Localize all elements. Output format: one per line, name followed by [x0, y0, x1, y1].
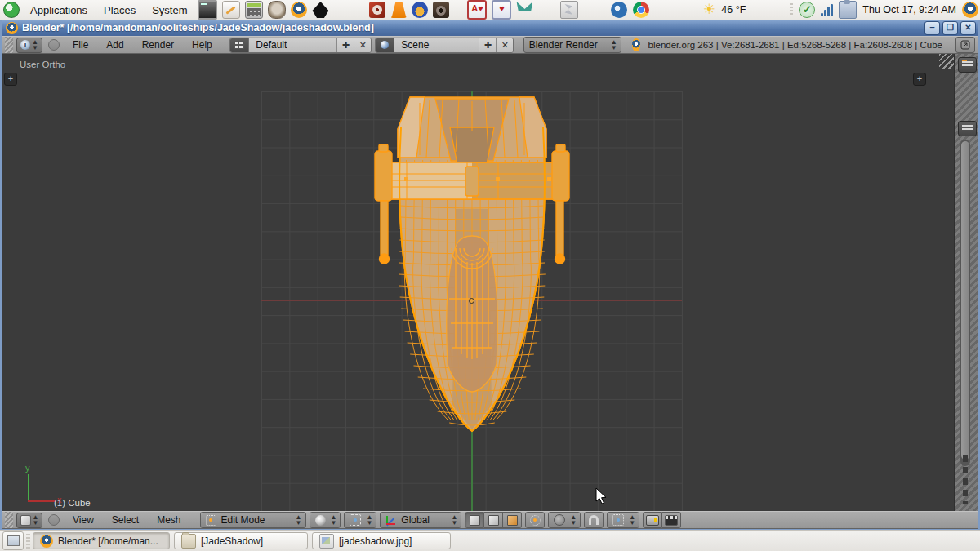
menu-view[interactable]: View — [65, 513, 101, 527]
chevron-updown-icon: ▲▼ — [451, 514, 457, 526]
header-resize-grip[interactable] — [5, 37, 13, 53]
properties-editor-icon[interactable] — [958, 121, 977, 136]
butterfly-launcher-icon[interactable] — [516, 2, 532, 18]
menu-file[interactable]: File — [65, 38, 96, 52]
chrome-icon[interactable] — [633, 2, 649, 18]
taskbar-button-blender[interactable]: Blender* [/home/man... — [33, 532, 170, 549]
add-layout-button[interactable]: ✚ — [336, 38, 354, 52]
snap-toggle-button[interactable] — [584, 512, 604, 528]
window-duplicate-button[interactable] — [956, 37, 975, 53]
viewport-3d[interactable]: User Ortho + + y x (1) Cube — [2, 54, 955, 511]
outliner-editor-icon[interactable] — [958, 57, 977, 73]
taskbar-button-filemanager[interactable]: [JadeShadow] — [174, 532, 308, 549]
update-check-icon[interactable]: ✓ — [799, 2, 815, 18]
vertex-select-button[interactable] — [465, 512, 484, 528]
network-signal-icon[interactable] — [821, 3, 833, 16]
chevron-updown-icon: ▲▼ — [33, 514, 39, 526]
opengl-animation-button[interactable] — [662, 512, 681, 528]
vlc-launcher-icon[interactable] — [390, 2, 407, 18]
wireframe-model[interactable] — [2, 54, 955, 511]
solitaire-launcher-icon[interactable]: A♥ — [467, 0, 487, 20]
minimize-button[interactable]: ‒ — [924, 21, 940, 35]
orientation-dropdown[interactable]: Global ▲▼ — [380, 512, 461, 528]
screen-layout-selector[interactable]: Default ✚ ✕ — [229, 38, 372, 53]
blender-window: Blender* [/home/mandoman/ooliteships/Jad… — [0, 20, 980, 531]
clock[interactable]: Thu Oct 17, 9:24 AM — [862, 4, 956, 16]
taskbar-grip — [26, 534, 30, 549]
delete-scene-button[interactable]: ✕ — [496, 38, 513, 52]
snap-element-dropdown[interactable]: ▲▼ — [607, 512, 639, 528]
menu-applications[interactable]: Applications — [24, 2, 93, 19]
properties-tab-nubs — [963, 455, 968, 504]
taskbar-button-imageviewer[interactable]: [jadeshadow.jpg] — [312, 532, 451, 549]
blender-launcher-icon[interactable] — [291, 2, 307, 18]
speaker-app-launcher-icon[interactable] — [433, 2, 449, 18]
cards-launcher-icon[interactable]: ♥ — [492, 0, 511, 20]
camera-icon — [646, 515, 659, 526]
proportional-edit-dropdown[interactable]: ▲▼ — [548, 512, 581, 528]
menu-mesh[interactable]: Mesh — [149, 513, 188, 527]
pivot-dropdown[interactable]: ▲▼ — [344, 512, 376, 528]
inkscape-launcher-icon[interactable] — [312, 2, 328, 18]
menu-system[interactable]: System — [146, 2, 193, 19]
add-scene-button[interactable]: ✚ — [479, 38, 496, 52]
render-shortcut-buttons — [643, 512, 681, 528]
disc-burner-launcher-icon[interactable] — [369, 2, 385, 18]
editor-type-button[interactable]: i ▲▼ — [16, 38, 42, 53]
clipboard-tray-icon[interactable] — [839, 1, 857, 19]
left-region-expand-button[interactable]: + — [4, 73, 17, 86]
menu-render[interactable]: Render — [135, 38, 181, 52]
info-header: i ▲▼ File Add Render Help Default ✚ ✕ Sc… — [2, 36, 978, 54]
audio-player-launcher-icon[interactable] — [412, 2, 428, 18]
chevron-updown-icon: ▲▼ — [570, 514, 577, 526]
solid-shading-icon — [315, 515, 326, 526]
collapse-menus-toggle[interactable] — [48, 514, 60, 526]
show-desktop-button[interactable] — [2, 531, 24, 550]
shading-dropdown[interactable]: ▲▼ — [310, 512, 341, 528]
header-resize-grip[interactable] — [5, 512, 13, 528]
scene-statistics: blender.org 263 | Ve:2681-2681 | Ed:5268… — [648, 40, 942, 50]
weather-sun-icon[interactable]: ☀ — [703, 2, 715, 18]
distro-logo-icon[interactable] — [3, 2, 20, 18]
view-name-label: User Ortho — [20, 60, 65, 69]
image-task-icon — [319, 534, 334, 549]
pivot-point-icon — [350, 514, 361, 526]
chevron-updown-icon: ▲▼ — [296, 514, 302, 526]
terminal-launcher-icon[interactable] — [198, 0, 217, 20]
chevron-updown-icon: ▲▼ — [331, 514, 337, 526]
right-region-expand-button[interactable]: + — [913, 73, 926, 86]
scene-icon — [376, 38, 394, 52]
face-select-button[interactable] — [503, 512, 522, 528]
blender-tray-icon[interactable] — [962, 2, 978, 18]
menu-places[interactable]: Places — [98, 2, 141, 19]
corner-resize-hatch[interactable] — [939, 54, 954, 69]
opengl-render-button[interactable] — [643, 512, 662, 528]
edge-select-button[interactable] — [484, 512, 503, 528]
close-button[interactable]: ✕ — [960, 21, 976, 35]
mode-dropdown[interactable]: Edit Mode ▲▼ — [200, 512, 306, 528]
menu-help[interactable]: Help — [185, 38, 220, 52]
screen-layout-value: Default — [249, 39, 336, 51]
properties-scrollbar[interactable] — [960, 140, 970, 466]
scene-selector[interactable]: Scene ✚ ✕ — [375, 38, 514, 53]
menu-select[interactable]: Select — [105, 513, 146, 527]
maximize-button[interactable]: ❐ — [942, 21, 958, 35]
screenshot-tool-launcher-icon[interactable] — [268, 1, 286, 19]
text-editor-launcher-icon[interactable] — [222, 1, 240, 19]
mode-value: Edit Mode — [221, 514, 291, 526]
window-titlebar[interactable]: Blender* [/home/mandoman/ooliteships/Jad… — [2, 20, 978, 36]
wine-notes-launcher-icon[interactable] — [560, 1, 578, 19]
blender-logo-icon — [632, 38, 639, 51]
chevron-updown-icon: ▲▼ — [629, 514, 635, 526]
thunderbird-icon[interactable] — [611, 2, 627, 18]
render-engine-dropdown[interactable]: Blender Render ▲▼ — [523, 37, 621, 53]
delete-layout-button[interactable]: ✕ — [354, 38, 371, 52]
editor-type-button[interactable]: ▲▼ — [16, 513, 42, 528]
collapse-menus-toggle[interactable] — [48, 39, 60, 51]
occlude-geometry-button[interactable] — [525, 512, 545, 528]
edit-mode-icon — [206, 515, 216, 526]
collapsed-editors-strip[interactable] — [954, 54, 978, 511]
menu-add[interactable]: Add — [99, 38, 131, 52]
calculator-launcher-icon[interactable] — [245, 1, 263, 19]
mouse-cursor — [595, 487, 608, 505]
